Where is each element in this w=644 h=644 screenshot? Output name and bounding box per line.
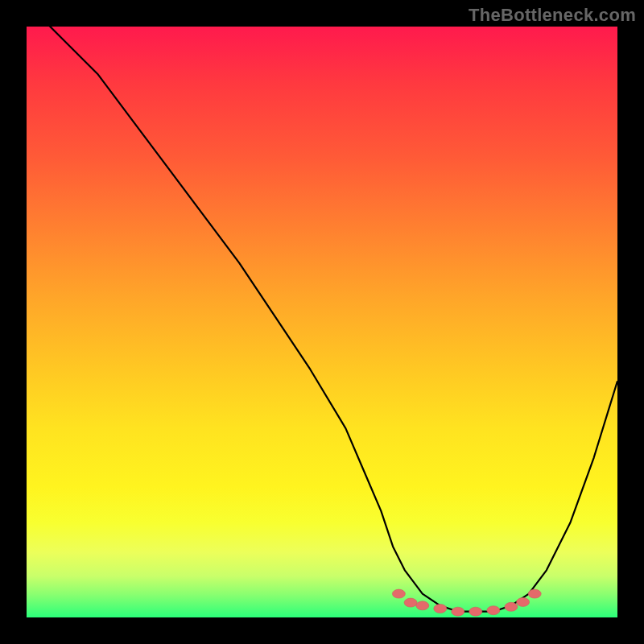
- min-marker: [505, 602, 518, 611]
- chart-frame: TheBottleneck.com: [0, 0, 644, 644]
- min-marker: [404, 598, 417, 607]
- min-marker: [528, 589, 541, 598]
- min-marker: [392, 589, 405, 598]
- chart-svg: [27, 27, 617, 617]
- bottleneck-curve: [27, 3, 617, 612]
- min-marker: [487, 606, 500, 615]
- min-marker: [434, 605, 447, 613]
- min-marker: [452, 607, 464, 616]
- min-marker: [469, 607, 482, 616]
- watermark-text: TheBottleneck.com: [469, 5, 636, 26]
- min-marker: [416, 601, 429, 610]
- min-marker: [517, 597, 530, 606]
- plot-gradient-background: [27, 27, 617, 617]
